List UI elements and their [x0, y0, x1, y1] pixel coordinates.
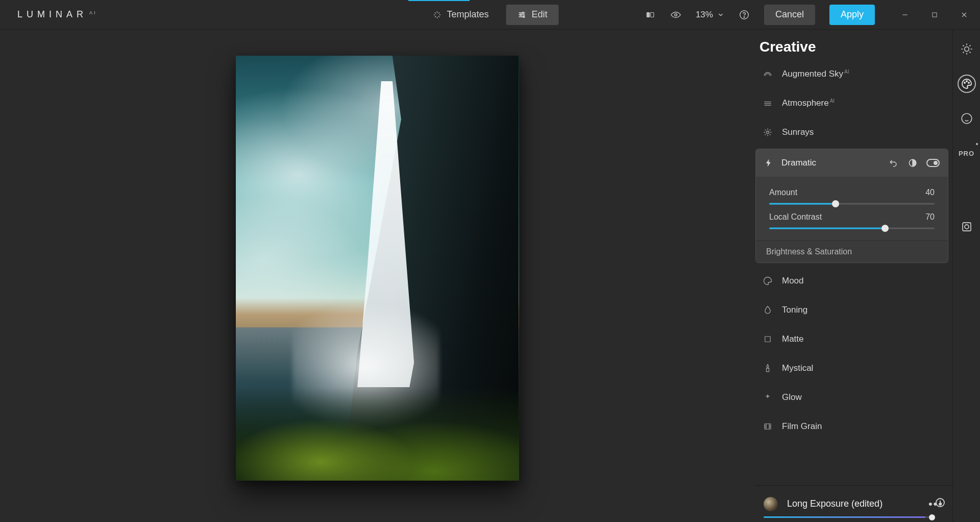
tool-dramatic-label: Dramatic — [781, 158, 816, 168]
preset-amount-slider[interactable] — [764, 516, 932, 518]
rail-portrait-icon[interactable] — [958, 109, 976, 128]
apply-button-label: Apply — [841, 9, 864, 20]
svg-point-0 — [522, 12, 524, 13]
window-minimize-icon[interactable] — [899, 9, 911, 20]
window-controls — [899, 9, 970, 20]
square-icon — [763, 334, 773, 344]
tool-glow-label: Glow — [782, 392, 802, 402]
rail-pro-icon[interactable]: PRO — [958, 144, 976, 162]
svg-point-2 — [523, 16, 525, 17]
ai-badge: AI — [844, 69, 849, 75]
tool-glow[interactable]: Glow — [754, 383, 949, 412]
photo-preview — [236, 56, 519, 481]
svg-point-9 — [767, 131, 769, 133]
tool-dramatic-header[interactable]: Dramatic — [756, 149, 948, 177]
category-rail: PRO — [952, 30, 980, 522]
palette-icon — [763, 276, 773, 286]
tool-film-grain-label: Film Grain — [782, 421, 822, 432]
tool-atmosphere-label: Atmosphere — [782, 98, 829, 108]
svg-point-20 — [965, 225, 969, 229]
slider-local-contrast-label: Local Contrast — [769, 212, 822, 222]
window-maximize-icon[interactable] — [929, 9, 940, 20]
svg-rect-4 — [651, 12, 654, 17]
svg-point-16 — [966, 81, 967, 82]
tool-matte-label: Matte — [782, 334, 804, 344]
sliders-icon — [518, 10, 527, 19]
preview-eye-icon[interactable] — [670, 9, 681, 20]
rainbow-icon — [763, 69, 773, 79]
tool-atmosphere[interactable]: AtmosphereAI — [754, 88, 949, 117]
svg-point-5 — [675, 13, 677, 16]
help-icon[interactable] — [739, 9, 750, 20]
slider-local-contrast-value: 70 — [925, 212, 935, 222]
tab-edit-label: Edit — [532, 9, 548, 20]
slider-local-contrast[interactable] — [769, 224, 935, 233]
sparkle-icon — [432, 10, 442, 19]
svg-point-14 — [964, 47, 969, 52]
tool-matte[interactable]: Matte — [754, 324, 949, 353]
compare-split-icon[interactable] — [645, 9, 656, 20]
tool-list[interactable]: Augmented SkyAI AtmosphereAI Sunrays Dra… — [754, 59, 952, 485]
fog-icon — [763, 98, 773, 108]
preset-thumbnail[interactable] — [764, 497, 778, 511]
rail-pro-dot — [976, 143, 978, 145]
rail-local-masking-icon[interactable] — [958, 218, 976, 236]
tool-sunrays[interactable]: Sunrays — [754, 117, 949, 147]
droplet-icon — [763, 305, 773, 315]
slider-amount-value: 40 — [925, 188, 935, 197]
tool-mystical[interactable]: Mystical — [754, 353, 949, 383]
zoom-value: 13% — [696, 10, 713, 20]
svg-rect-8 — [933, 12, 937, 16]
svg-point-15 — [964, 82, 965, 83]
main-area: Creative Augmented SkyAI AtmosphereAI Su… — [0, 30, 980, 522]
dramatic-subsection-label: Brightness & Saturation — [766, 247, 852, 256]
tool-toning[interactable]: Toning — [754, 295, 949, 324]
preset-strip: Long Exposure (edited) ••• — [754, 485, 952, 522]
chevron-down-icon — [717, 11, 724, 18]
window-close-icon[interactable] — [959, 9, 970, 20]
tool-toning-label: Toning — [782, 305, 807, 315]
rail-creative-icon[interactable] — [958, 75, 976, 93]
tool-film-grain[interactable]: Film Grain — [754, 412, 949, 441]
tool-sunrays-label: Sunrays — [782, 127, 814, 137]
candle-icon — [763, 363, 773, 373]
tab-edit[interactable]: Edit — [506, 5, 559, 25]
slider-local-contrast-thumb[interactable] — [881, 225, 889, 232]
film-icon — [763, 421, 773, 432]
brand-superscript: AI — [89, 10, 97, 15]
svg-rect-3 — [647, 12, 649, 17]
slider-amount-label: Amount — [769, 188, 797, 197]
slider-amount[interactable] — [769, 199, 935, 208]
preset-amount-thumb[interactable] — [929, 514, 935, 520]
rail-essentials-icon[interactable] — [958, 40, 976, 58]
history-icon[interactable] — [934, 496, 946, 509]
image-canvas[interactable] — [0, 30, 754, 522]
ai-badge: AI — [830, 98, 835, 104]
mode-tabs: Templates Edit — [421, 5, 558, 25]
cancel-button[interactable]: Cancel — [764, 5, 815, 25]
tool-augmented-sky[interactable]: Augmented SkyAI — [754, 59, 949, 88]
tool-toggle[interactable] — [926, 159, 940, 167]
preset-name[interactable]: Long Exposure (edited) — [787, 499, 919, 509]
tab-templates-label: Templates — [447, 9, 488, 20]
slider-amount-thumb[interactable] — [832, 200, 839, 207]
svg-point-18 — [962, 113, 972, 124]
svg-rect-19 — [963, 223, 971, 231]
tools-panel: Creative Augmented SkyAI AtmosphereAI Su… — [754, 30, 952, 522]
accent-indicator — [408, 0, 470, 1]
apply-button[interactable]: Apply — [829, 5, 875, 25]
tool-dramatic-expanded: Dramatic Amount 40 — [755, 149, 948, 263]
mask-icon[interactable] — [907, 157, 918, 169]
zoom-dropdown[interactable]: 13% — [696, 10, 724, 20]
brand-name: LUMINAR — [17, 9, 87, 20]
undo-icon[interactable] — [888, 157, 899, 169]
svg-rect-11 — [765, 336, 771, 342]
tab-templates[interactable]: Templates — [421, 5, 500, 25]
dramatic-sliders: Amount 40 Local Contrast 70 — [756, 177, 948, 240]
tool-mood-label: Mood — [782, 276, 804, 286]
tool-mood[interactable]: Mood — [754, 266, 949, 295]
dramatic-subsection[interactable]: Brightness & Saturation — [756, 240, 948, 263]
app-brand: LUMINAR AI — [17, 9, 97, 20]
tool-augmented-sky-label: Augmented Sky — [782, 69, 843, 79]
sun-icon — [763, 127, 773, 137]
